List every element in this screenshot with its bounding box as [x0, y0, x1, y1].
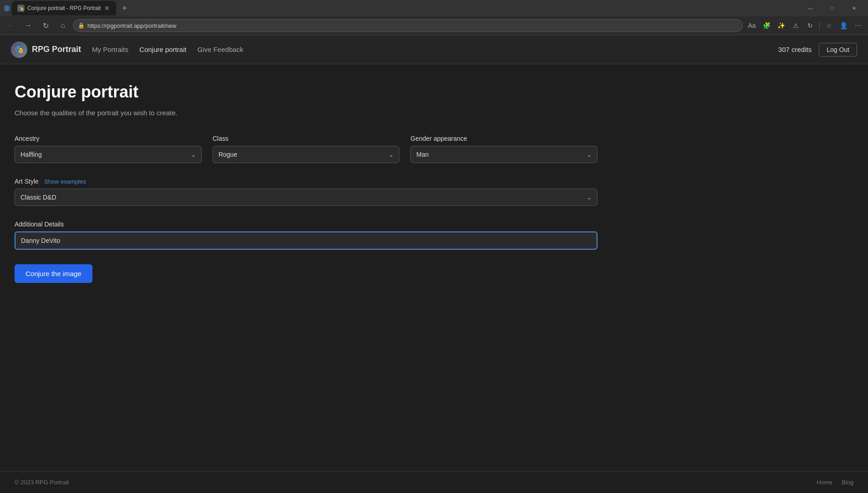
app-logo[interactable]: 🎭 RPG Portrait — [11, 41, 81, 58]
nav-give-feedback[interactable]: Give Feedback — [197, 46, 243, 53]
nav-my-portraits[interactable]: My Portraits — [92, 46, 128, 53]
class-select[interactable]: Rogue Barbarian Bard Cleric Druid Fighte… — [213, 146, 400, 163]
footer-links: Home Blog — [817, 479, 853, 486]
toolbar-actions: Aa 🧩 ✨ ⚠ ↻ ☆ 👤 ⋯ — [745, 19, 864, 32]
ancestry-label: Ancestry — [15, 135, 202, 142]
art-style-label: Art Style — [15, 178, 39, 185]
refresh-button[interactable]: ↻ — [38, 18, 53, 33]
new-tab-button[interactable]: + — [118, 2, 131, 15]
tab-close-button[interactable]: ✕ — [103, 5, 111, 11]
ancestry-select[interactable]: Halfling Human Elf Dwarf Gnome Half-Orc … — [15, 146, 202, 163]
gender-label: Gender appearance — [410, 135, 597, 142]
show-examples-link[interactable]: Show examples — [44, 178, 86, 185]
tab-favicon-area: 👤 — [4, 5, 10, 11]
footer-blog-link[interactable]: Blog — [842, 479, 853, 486]
minimize-button[interactable]: — — [800, 0, 821, 16]
ancestry-select-wrapper: Halfling Human Elf Dwarf Gnome Half-Orc … — [15, 146, 202, 163]
warnings-btn[interactable]: ⚠ — [789, 19, 802, 32]
tab-bar: 👤 🎭 Conjure portrait - RPG Portrait ✕ + … — [0, 0, 868, 16]
footer-copyright: © 2023 RPG Portrait — [15, 479, 69, 486]
forward-button[interactable]: → — [21, 18, 36, 33]
window-controls: — □ ✕ — [800, 0, 864, 16]
footer-home-link[interactable]: Home — [817, 479, 832, 486]
close-button[interactable]: ✕ — [843, 0, 864, 16]
class-label: Class — [213, 135, 400, 142]
back-button[interactable]: ← — [4, 18, 18, 33]
art-style-select-wrapper: Classic D&D Anime Realistic Watercolor O… — [15, 189, 597, 206]
browser-chrome: 👤 🎭 Conjure portrait - RPG Portrait ✕ + … — [0, 0, 868, 35]
nav-conjure-portrait[interactable]: Conjure portrait — [139, 46, 186, 53]
logo-icon: 🎭 — [11, 41, 27, 58]
additional-details-section: Additional Details — [15, 221, 597, 250]
ancestry-group: Ancestry Halfling Human Elf Dwarf Gnome … — [15, 135, 202, 163]
refresh-2-btn[interactable]: ↻ — [804, 19, 817, 32]
footer: © 2023 RPG Portrait Home Blog — [0, 471, 868, 493]
page-title: Conjure portrait — [15, 82, 623, 102]
main-content: Conjure portrait Choose the qualities of… — [0, 64, 638, 301]
logout-button[interactable]: Log Out — [819, 43, 857, 56]
class-group: Class Rogue Barbarian Bard Cleric Druid … — [213, 135, 400, 163]
maximize-button[interactable]: □ — [822, 0, 842, 16]
home-button[interactable]: ⌂ — [56, 18, 70, 33]
gender-group: Gender appearance Man Woman Non-binary A… — [410, 135, 597, 163]
favorites-btn[interactable]: ☆ — [822, 19, 835, 32]
app-name: RPG Portrait — [32, 45, 81, 54]
profile-icon-btn[interactable]: 👤 — [837, 19, 850, 32]
page-subtitle: Choose the qualities of the portrait you… — [15, 109, 623, 117]
form-grid: Ancestry Halfling Human Elf Dwarf Gnome … — [15, 135, 597, 163]
app-header: 🎭 RPG Portrait My Portraits Conjure port… — [0, 35, 868, 64]
conjure-button[interactable]: Conjure the image — [15, 264, 92, 283]
gender-select-wrapper: Man Woman Non-binary Ambiguous — [410, 146, 597, 163]
reader-mode-btn[interactable]: Aa — [745, 19, 758, 32]
toolbar-divider — [819, 21, 820, 30]
tab-favicon: 🎭 — [17, 5, 25, 12]
art-style-section: Art Style Show examples Classic D&D Anim… — [15, 178, 597, 206]
app-nav: My Portraits Conjure portrait Give Feedb… — [92, 46, 243, 53]
class-select-wrapper: Rogue Barbarian Bard Cleric Druid Fighte… — [213, 146, 400, 163]
art-style-select[interactable]: Classic D&D Anime Realistic Watercolor O… — [15, 189, 597, 206]
more-options-btn[interactable]: ⋯ — [852, 19, 864, 32]
tab-title: Conjure portrait - RPG Portrait — [27, 5, 101, 11]
lock-icon: 🔒 — [78, 22, 85, 29]
active-tab[interactable]: 🎭 Conjure portrait - RPG Portrait ✕ — [12, 1, 116, 15]
additional-details-group: Additional Details — [15, 221, 597, 250]
gender-select[interactable]: Man Woman Non-binary Ambiguous — [410, 146, 597, 163]
art-style-label-row: Art Style Show examples — [15, 178, 597, 185]
credits-display: 307 credits — [778, 46, 812, 53]
url-text: https://rpgportrait.app/portrait/new — [87, 22, 738, 29]
address-bar[interactable]: 🔒 https://rpgportrait.app/portrait/new — [73, 19, 743, 32]
app-header-right: 307 credits Log Out — [778, 43, 857, 56]
additional-details-input[interactable] — [15, 231, 597, 250]
profile-btn[interactable]: 👤 — [4, 5, 10, 11]
extensions-btn[interactable]: 🧩 — [760, 19, 773, 32]
copilot-btn[interactable]: ✨ — [775, 19, 787, 32]
additional-details-label: Additional Details — [15, 221, 597, 228]
browser-toolbar: ← → ↻ ⌂ 🔒 https://rpgportrait.app/portra… — [0, 16, 868, 35]
